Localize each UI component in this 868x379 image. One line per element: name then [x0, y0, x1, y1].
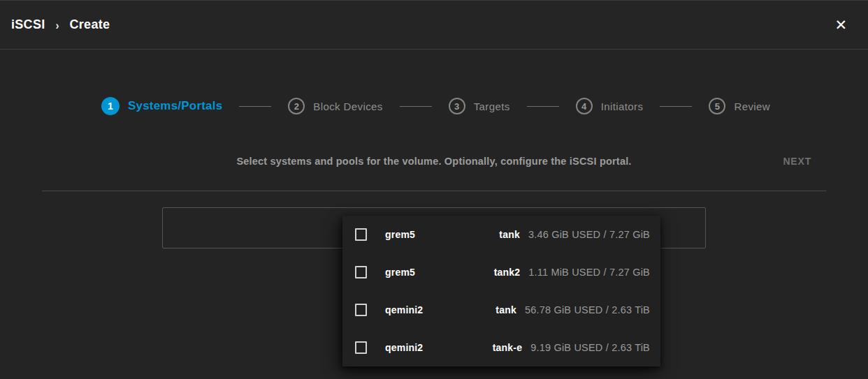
step-block-devices[interactable]: 2 Block Devices	[288, 98, 382, 114]
option-usage-text: 3.46 GiB USED / 7.27 GiB	[528, 229, 650, 240]
step-number-badge: 5	[709, 98, 725, 114]
step-number-badge: 3	[449, 98, 465, 114]
option-checkbox[interactable]	[355, 341, 367, 354]
step-number-badge: 2	[288, 98, 305, 114]
step-number-badge: 4	[576, 98, 593, 114]
step-label: Systems/Portals	[128, 99, 222, 113]
systems-pools-dropdown: grem5 tank 3.46 GiB USED / 7.27 GiB grem…	[342, 216, 660, 366]
page-title: Create	[70, 17, 110, 32]
iscsi-create-wizard-dialog: iSCSI › Create ✕ 1 Systems/Portals 2 Blo…	[0, 0, 868, 379]
step-connector	[527, 106, 559, 107]
step-review[interactable]: 5 Review	[709, 98, 770, 114]
chevron-right-icon: ›	[56, 18, 59, 32]
option-pool-name: tank2	[494, 267, 521, 278]
option-system-name: qemini2	[385, 342, 423, 353]
section-divider	[42, 191, 826, 191]
step-systems-portals[interactable]: 1 Systems/Portals	[101, 97, 222, 115]
dialog-header: iSCSI › Create ✕	[0, 1, 868, 50]
step-instruction-text: Select systems and pools for the volume.…	[0, 156, 868, 167]
option-system-name: grem5	[385, 229, 415, 240]
step-label: Block Devices	[313, 101, 382, 112]
wizard-stepper: 1 Systems/Portals 2 Block Devices 3 Targ…	[101, 90, 770, 122]
option-system-name: qemini2	[385, 304, 423, 315]
dropdown-option-row[interactable]: qemini2 tank 56.78 GiB USED / 2.63 TiB	[342, 291, 660, 329]
breadcrumb-root[interactable]: iSCSI	[11, 17, 45, 32]
option-checkbox[interactable]	[355, 228, 367, 241]
option-usage-text: 56.78 GiB USED / 2.63 TiB	[525, 304, 650, 315]
step-initiators[interactable]: 4 Initiators	[576, 98, 644, 114]
step-connector	[239, 106, 271, 107]
step-label: Initiators	[601, 101, 644, 112]
dropdown-option-row[interactable]: grem5 tank2 1.11 MiB USED / 7.27 GiB	[342, 253, 660, 291]
step-label: Review	[734, 101, 770, 112]
option-usage-text: 9.19 GiB USED / 2.63 TiB	[530, 342, 650, 353]
dropdown-option-row[interactable]: grem5 tank 3.46 GiB USED / 7.27 GiB	[342, 216, 660, 253]
step-label: Targets	[474, 101, 510, 112]
option-checkbox[interactable]	[355, 304, 367, 316]
option-pool-name: tank	[496, 304, 516, 315]
next-button[interactable]: NEXT	[783, 156, 811, 167]
option-usage-text: 1.11 MiB USED / 7.27 GiB	[528, 267, 650, 278]
option-checkbox[interactable]	[355, 266, 367, 278]
step-number-badge: 1	[101, 97, 120, 115]
option-pool-name: tank-e	[493, 342, 522, 353]
step-connector	[660, 106, 692, 107]
step-targets[interactable]: 3 Targets	[449, 98, 510, 114]
dropdown-option-row[interactable]: qemini2 tank-e 9.19 GiB USED / 2.63 TiB	[342, 329, 660, 366]
close-icon[interactable]: ✕	[832, 15, 850, 35]
option-system-name: grem5	[385, 267, 415, 278]
option-pool-name: tank	[499, 229, 520, 240]
step-connector	[400, 106, 432, 107]
